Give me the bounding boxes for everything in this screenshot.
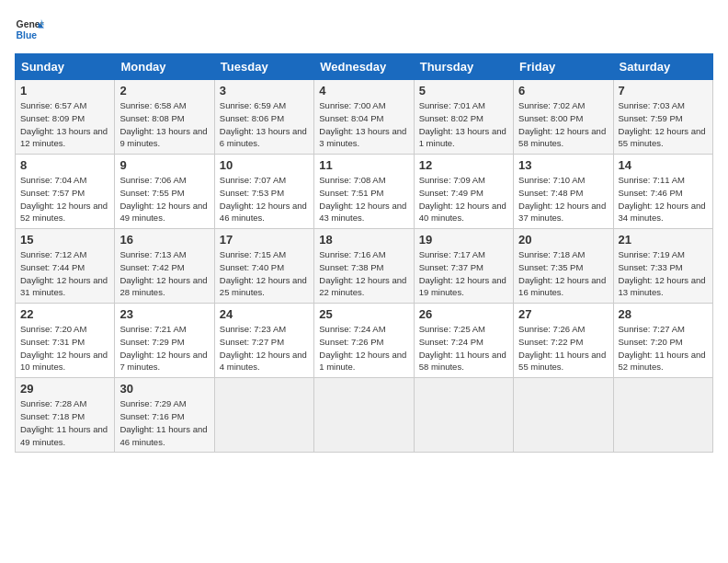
day-number: 18 bbox=[319, 233, 408, 247]
calendar-cell: 28Sunrise: 7:27 AM Sunset: 7:20 PM Dayli… bbox=[613, 304, 712, 378]
day-number: 17 bbox=[220, 233, 309, 247]
calendar-cell bbox=[613, 378, 712, 453]
day-number: 2 bbox=[119, 84, 209, 98]
day-detail: Sunrise: 7:01 AM Sunset: 8:02 PM Dayligh… bbox=[419, 99, 508, 150]
day-detail: Sunrise: 7:10 AM Sunset: 7:48 PM Dayligh… bbox=[518, 174, 608, 224]
day-detail: Sunrise: 7:21 AM Sunset: 7:29 PM Dayligh… bbox=[119, 323, 209, 373]
day-of-week-header: Monday bbox=[115, 54, 214, 80]
calendar-week-row: 22Sunrise: 7:20 AM Sunset: 7:31 PM Dayli… bbox=[16, 304, 713, 378]
calendar-cell bbox=[414, 378, 513, 453]
calendar-cell: 9Sunrise: 7:06 AM Sunset: 7:55 PM Daylig… bbox=[115, 155, 214, 229]
calendar-cell: 29Sunrise: 7:28 AM Sunset: 7:18 PM Dayli… bbox=[16, 378, 115, 453]
day-detail: Sunrise: 6:59 AM Sunset: 8:06 PM Dayligh… bbox=[220, 99, 309, 150]
day-number: 26 bbox=[419, 307, 508, 321]
calendar-cell: 1Sunrise: 6:57 AM Sunset: 8:09 PM Daylig… bbox=[16, 80, 115, 155]
calendar-cell: 14Sunrise: 7:11 AM Sunset: 7:46 PM Dayli… bbox=[613, 155, 712, 229]
day-number: 22 bbox=[20, 307, 109, 321]
day-number: 23 bbox=[119, 307, 209, 321]
day-number: 12 bbox=[419, 158, 508, 172]
day-detail: Sunrise: 7:00 AM Sunset: 8:04 PM Dayligh… bbox=[319, 99, 408, 150]
day-detail: Sunrise: 7:16 AM Sunset: 7:38 PM Dayligh… bbox=[319, 248, 408, 299]
day-detail: Sunrise: 7:26 AM Sunset: 7:22 PM Dayligh… bbox=[518, 323, 608, 373]
day-detail: Sunrise: 7:24 AM Sunset: 7:26 PM Dayligh… bbox=[319, 323, 408, 373]
calendar-cell: 18Sunrise: 7:16 AM Sunset: 7:38 PM Dayli… bbox=[314, 229, 414, 304]
day-detail: Sunrise: 6:58 AM Sunset: 8:08 PM Dayligh… bbox=[119, 99, 209, 150]
calendar-cell: 2Sunrise: 6:58 AM Sunset: 8:08 PM Daylig… bbox=[115, 80, 214, 155]
calendar-week-row: 1Sunrise: 6:57 AM Sunset: 8:09 PM Daylig… bbox=[16, 80, 713, 155]
day-number: 10 bbox=[220, 158, 309, 172]
day-detail: Sunrise: 7:02 AM Sunset: 8:00 PM Dayligh… bbox=[518, 99, 608, 150]
day-number: 7 bbox=[619, 84, 708, 98]
svg-text:Blue: Blue bbox=[17, 30, 38, 40]
calendar-cell: 10Sunrise: 7:07 AM Sunset: 7:53 PM Dayli… bbox=[214, 155, 313, 229]
day-of-week-header: Sunday bbox=[16, 54, 115, 80]
day-detail: Sunrise: 7:19 AM Sunset: 7:33 PM Dayligh… bbox=[619, 248, 708, 299]
day-number: 8 bbox=[20, 158, 109, 172]
day-detail: Sunrise: 7:20 AM Sunset: 7:31 PM Dayligh… bbox=[20, 323, 109, 373]
calendar-cell: 13Sunrise: 7:10 AM Sunset: 7:48 PM Dayli… bbox=[514, 155, 613, 229]
calendar-cell: 4Sunrise: 7:00 AM Sunset: 8:04 PM Daylig… bbox=[314, 80, 414, 155]
day-number: 19 bbox=[419, 233, 508, 247]
day-detail: Sunrise: 7:06 AM Sunset: 7:55 PM Dayligh… bbox=[119, 174, 209, 224]
calendar-cell: 8Sunrise: 7:04 AM Sunset: 7:57 PM Daylig… bbox=[16, 155, 115, 229]
day-of-week-header: Friday bbox=[514, 54, 613, 80]
logo-icon: General Blue bbox=[15, 15, 44, 44]
day-detail: Sunrise: 7:03 AM Sunset: 7:59 PM Dayligh… bbox=[619, 99, 708, 150]
day-number: 27 bbox=[518, 307, 608, 321]
day-of-week-header: Tuesday bbox=[214, 54, 313, 80]
day-detail: Sunrise: 7:09 AM Sunset: 7:49 PM Dayligh… bbox=[419, 174, 508, 224]
calendar-cell: 3Sunrise: 6:59 AM Sunset: 8:06 PM Daylig… bbox=[214, 80, 313, 155]
day-detail: Sunrise: 7:17 AM Sunset: 7:37 PM Dayligh… bbox=[419, 248, 508, 299]
day-detail: Sunrise: 7:15 AM Sunset: 7:40 PM Dayligh… bbox=[220, 248, 309, 299]
day-number: 29 bbox=[20, 382, 109, 396]
day-number: 14 bbox=[619, 158, 708, 172]
day-detail: Sunrise: 7:13 AM Sunset: 7:42 PM Dayligh… bbox=[119, 248, 209, 299]
day-detail: Sunrise: 7:11 AM Sunset: 7:46 PM Dayligh… bbox=[619, 174, 708, 224]
calendar-cell: 6Sunrise: 7:02 AM Sunset: 8:00 PM Daylig… bbox=[514, 80, 613, 155]
day-detail: Sunrise: 6:57 AM Sunset: 8:09 PM Dayligh… bbox=[20, 99, 109, 150]
calendar-cell: 23Sunrise: 7:21 AM Sunset: 7:29 PM Dayli… bbox=[115, 304, 214, 378]
calendar-cell: 5Sunrise: 7:01 AM Sunset: 8:02 PM Daylig… bbox=[414, 80, 513, 155]
day-number: 28 bbox=[619, 307, 708, 321]
day-of-week-header: Thursday bbox=[414, 54, 513, 80]
day-number: 3 bbox=[220, 84, 309, 98]
calendar-cell: 20Sunrise: 7:18 AM Sunset: 7:35 PM Dayli… bbox=[514, 229, 613, 304]
day-detail: Sunrise: 7:23 AM Sunset: 7:27 PM Dayligh… bbox=[220, 323, 309, 373]
day-detail: Sunrise: 7:12 AM Sunset: 7:44 PM Dayligh… bbox=[20, 248, 109, 299]
calendar-cell: 24Sunrise: 7:23 AM Sunset: 7:27 PM Dayli… bbox=[214, 304, 313, 378]
day-detail: Sunrise: 7:04 AM Sunset: 7:57 PM Dayligh… bbox=[20, 174, 109, 224]
day-number: 1 bbox=[20, 84, 109, 98]
calendar-cell: 12Sunrise: 7:09 AM Sunset: 7:49 PM Dayli… bbox=[414, 155, 513, 229]
day-number: 9 bbox=[119, 158, 209, 172]
day-detail: Sunrise: 7:18 AM Sunset: 7:35 PM Dayligh… bbox=[518, 248, 608, 299]
calendar-cell: 21Sunrise: 7:19 AM Sunset: 7:33 PM Dayli… bbox=[613, 229, 712, 304]
day-number: 30 bbox=[119, 382, 209, 396]
calendar-cell: 15Sunrise: 7:12 AM Sunset: 7:44 PM Dayli… bbox=[16, 229, 115, 304]
calendar-week-row: 29Sunrise: 7:28 AM Sunset: 7:18 PM Dayli… bbox=[16, 378, 713, 453]
calendar-cell bbox=[314, 378, 414, 453]
header: General Blue bbox=[15, 15, 713, 44]
day-number: 13 bbox=[518, 158, 608, 172]
calendar-cell: 26Sunrise: 7:25 AM Sunset: 7:24 PM Dayli… bbox=[414, 304, 513, 378]
day-of-week-header: Saturday bbox=[613, 54, 712, 80]
day-number: 25 bbox=[319, 307, 408, 321]
day-detail: Sunrise: 7:07 AM Sunset: 7:53 PM Dayligh… bbox=[220, 174, 309, 224]
calendar-week-row: 15Sunrise: 7:12 AM Sunset: 7:44 PM Dayli… bbox=[16, 229, 713, 304]
day-number: 5 bbox=[419, 84, 508, 98]
day-detail: Sunrise: 7:29 AM Sunset: 7:16 PM Dayligh… bbox=[119, 397, 209, 448]
calendar-cell: 17Sunrise: 7:15 AM Sunset: 7:40 PM Dayli… bbox=[214, 229, 313, 304]
day-detail: Sunrise: 7:27 AM Sunset: 7:20 PM Dayligh… bbox=[619, 323, 708, 373]
calendar-cell: 30Sunrise: 7:29 AM Sunset: 7:16 PM Dayli… bbox=[115, 378, 214, 453]
calendar-cell: 16Sunrise: 7:13 AM Sunset: 7:42 PM Dayli… bbox=[115, 229, 214, 304]
logo: General Blue bbox=[15, 15, 44, 44]
calendar-cell: 22Sunrise: 7:20 AM Sunset: 7:31 PM Dayli… bbox=[16, 304, 115, 378]
day-number: 24 bbox=[220, 307, 309, 321]
calendar-cell bbox=[214, 378, 313, 453]
day-detail: Sunrise: 7:25 AM Sunset: 7:24 PM Dayligh… bbox=[419, 323, 508, 373]
calendar-cell: 11Sunrise: 7:08 AM Sunset: 7:51 PM Dayli… bbox=[314, 155, 414, 229]
calendar-cell: 27Sunrise: 7:26 AM Sunset: 7:22 PM Dayli… bbox=[514, 304, 613, 378]
day-detail: Sunrise: 7:28 AM Sunset: 7:18 PM Dayligh… bbox=[20, 397, 109, 448]
calendar-week-row: 8Sunrise: 7:04 AM Sunset: 7:57 PM Daylig… bbox=[16, 155, 713, 229]
day-number: 21 bbox=[619, 233, 708, 247]
day-number: 16 bbox=[119, 233, 209, 247]
